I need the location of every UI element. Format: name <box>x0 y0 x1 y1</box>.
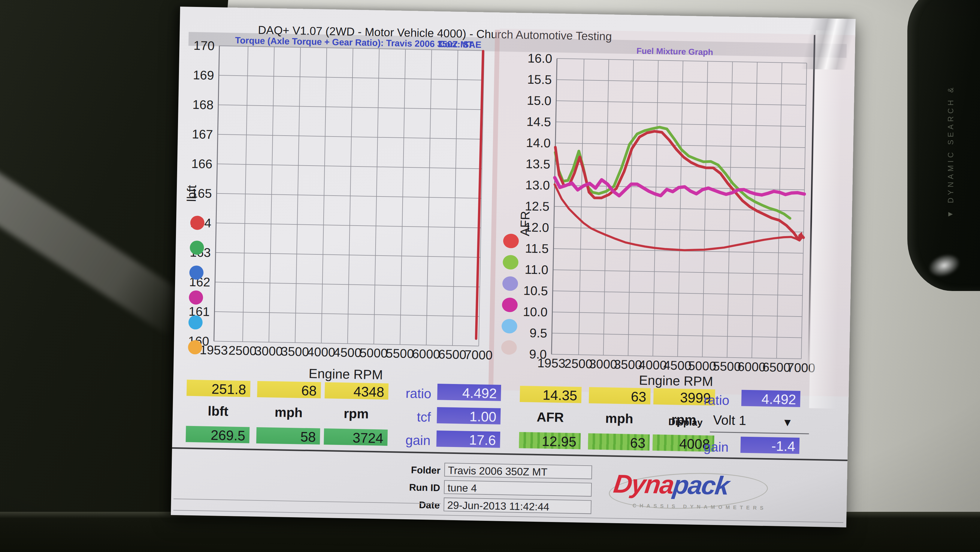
svg-text:16.0: 16.0 <box>528 51 552 65</box>
svg-text:170: 170 <box>193 38 215 53</box>
afr-peak-value: 14.35 <box>520 386 582 403</box>
torque-current-mph: 58 <box>256 427 320 444</box>
legend-dot-icon <box>502 276 518 291</box>
svg-text:11.5: 11.5 <box>525 241 549 255</box>
afr-legend-dots <box>501 234 519 355</box>
legend-dot-icon <box>503 255 519 270</box>
dropdown-arrow-icon: ▼ <box>782 416 793 429</box>
afr-y-axis-label: AFR <box>518 211 533 236</box>
legend-dot-icon <box>188 340 202 355</box>
run-id-field: tune 4 <box>444 480 592 496</box>
display-dropdown-value: Volt 1 <box>713 412 746 428</box>
svg-text:14.0: 14.0 <box>526 136 551 150</box>
date-label: Date <box>393 499 440 511</box>
folder-field: Travis 2006 350Z MT <box>444 463 592 479</box>
svg-text:5500: 5500 <box>386 346 414 361</box>
svg-text:15.5: 15.5 <box>527 72 552 87</box>
torque-legend-dots <box>188 216 204 355</box>
svg-text:13.0: 13.0 <box>525 178 550 192</box>
gain-label: gain <box>686 439 729 455</box>
torque-peak-lbft: 251.8 <box>186 380 250 397</box>
legend-dot-icon <box>503 234 519 248</box>
folder-label: Folder <box>394 464 441 476</box>
ratio-label: ratio <box>687 392 730 408</box>
legend-dot-icon <box>190 241 204 255</box>
svg-text:1953: 1953 <box>537 356 565 371</box>
svg-text:2500: 2500 <box>228 343 256 358</box>
svg-text:168: 168 <box>192 97 214 112</box>
svg-text:13.5: 13.5 <box>525 157 550 171</box>
svg-text:10.5: 10.5 <box>523 284 548 298</box>
svg-text:167: 167 <box>192 127 213 141</box>
svg-text:5000: 5000 <box>360 346 388 360</box>
svg-text:4000: 4000 <box>639 358 667 372</box>
legend-dot-icon <box>502 298 518 312</box>
ratio-value: 4.492 <box>437 384 501 401</box>
legend-dot-icon <box>188 315 203 330</box>
torque-unit-rpm: rpm <box>324 406 388 422</box>
torque-x-axis-label: Engine RPM <box>270 365 421 383</box>
svg-text:14.5: 14.5 <box>526 114 551 129</box>
svg-text:9.5: 9.5 <box>529 326 547 340</box>
torque-current-lbft: 269.5 <box>186 426 250 443</box>
torque-peak-rpm: 4348 <box>325 382 388 400</box>
svg-text:1953: 1953 <box>200 343 228 357</box>
legend-dot-icon <box>501 319 517 334</box>
svg-text:3500: 3500 <box>614 357 642 372</box>
dyno-printout-paper: DAQ+ V1.07 (2WD - Motor Vehicle 4000) - … <box>171 6 856 527</box>
afr-x-axis-label: Engine RPM <box>601 372 751 390</box>
dynapack-logo: Dynapack CHASSIS DYNAMOMETERS <box>605 468 780 516</box>
torque-current-rpm: 3724 <box>324 428 388 446</box>
svg-text:10.0: 10.0 <box>523 305 548 319</box>
svg-text:169: 169 <box>193 68 214 82</box>
device-label: ◄ DYNAMIC SEARCH & <box>947 27 955 219</box>
legend-dot-icon <box>189 290 203 305</box>
torque-chart: 1701691681671661651641631621611601953250… <box>214 46 484 346</box>
torque-peak-mph: 68 <box>257 381 321 398</box>
svg-text:166: 166 <box>191 157 213 171</box>
svg-text:7000: 7000 <box>465 348 493 362</box>
ratio-label: ratio <box>383 385 431 401</box>
torque-y-axis-label: lbft <box>185 185 199 202</box>
gain-label: gain <box>382 432 431 448</box>
svg-text:6500: 6500 <box>438 347 466 362</box>
svg-text:4000: 4000 <box>307 345 336 359</box>
logo-wordmark: Dynapack <box>612 469 730 501</box>
svg-text:11.0: 11.0 <box>525 262 548 277</box>
afr-unit: AFR <box>519 409 581 425</box>
svg-text:5000: 5000 <box>688 358 716 373</box>
paper-fold <box>789 18 856 70</box>
svg-text:5500: 5500 <box>713 359 741 374</box>
tcf-value: 1.00 <box>437 407 501 425</box>
ratio-value: 4.492 <box>741 390 800 407</box>
legend-dot-icon <box>189 265 204 280</box>
torque-unit-lbft: lbft <box>186 403 250 419</box>
display-label: Display <box>647 416 703 428</box>
gain-value: -1.4 <box>740 436 800 454</box>
background-device: ◄ DYNAMIC SEARCH & <box>907 0 980 291</box>
afr-chart: 16.015.515.014.514.013.513.012.512.011.5… <box>552 59 807 359</box>
torque-unit-mph: mph <box>257 404 321 420</box>
photo-scene: ◄ DYNAMIC SEARCH & DAQ+ V1.07 (2WD - Mot… <box>0 0 980 552</box>
legend-dot-icon <box>501 340 517 355</box>
afr-current-value: 12.95 <box>519 432 581 449</box>
afr-current-mph: 63 <box>588 433 650 450</box>
svg-text:4500: 4500 <box>333 345 361 360</box>
svg-text:4500: 4500 <box>663 358 692 373</box>
correction-label: Corr: SAE <box>438 39 482 50</box>
svg-text:3500: 3500 <box>281 344 309 359</box>
run-id-label: Run ID <box>393 482 440 493</box>
gain-value: 17.6 <box>436 430 500 448</box>
legend-dot-icon <box>190 216 204 230</box>
svg-text:15.0: 15.0 <box>527 93 552 108</box>
logo-subtitle: CHASSIS DYNAMOMETERS <box>633 503 767 511</box>
afr-peak-mph: 63 <box>589 387 651 404</box>
svg-text:6500: 6500 <box>762 360 791 375</box>
afr-unit-mph: mph <box>589 411 650 427</box>
dropdown-underline <box>710 432 809 435</box>
date-field: 29-Jun-2013 11:42:44 <box>444 497 592 514</box>
tcf-label: tcf <box>383 409 431 425</box>
svg-text:6000: 6000 <box>737 359 765 374</box>
svg-text:2500: 2500 <box>564 356 592 371</box>
svg-text:3000: 3000 <box>589 357 617 371</box>
